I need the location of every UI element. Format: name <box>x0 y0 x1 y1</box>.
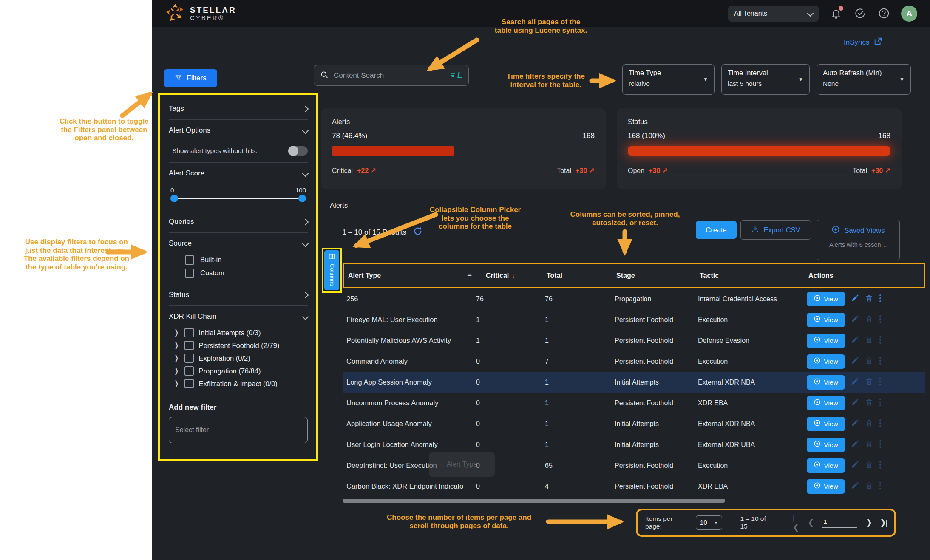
help-icon[interactable] <box>877 7 890 20</box>
column-header-stage[interactable]: Stage <box>616 272 700 280</box>
delete-trash-icon[interactable] <box>865 377 873 387</box>
view-button[interactable]: View <box>807 334 845 348</box>
lucene-syntax-icon[interactable]: L <box>450 71 462 80</box>
delete-trash-icon[interactable] <box>865 315 873 325</box>
more-options-icon[interactable] <box>879 481 882 492</box>
tenant-selector[interactable]: All Tenants <box>728 6 819 22</box>
auto-refresh-value: None <box>823 80 904 88</box>
more-options-icon[interactable] <box>879 419 882 429</box>
cell-tactic: External XDR UBA <box>698 441 807 449</box>
delete-trash-icon[interactable] <box>865 336 873 345</box>
view-button[interactable]: View <box>807 354 845 369</box>
previous-page-button[interactable]: ❮ <box>808 518 813 527</box>
more-options-icon[interactable] <box>879 398 882 408</box>
table-row[interactable]: User Login Location Anomaly 0 1 Initial … <box>343 434 925 455</box>
user-avatar[interactable]: A <box>901 6 917 22</box>
more-options-icon[interactable] <box>879 377 882 387</box>
edit-pencil-icon[interactable] <box>851 419 859 429</box>
view-button[interactable]: View <box>807 375 845 390</box>
table-row[interactable]: Uncommon Process Anomaly 0 1 Persistent … <box>343 393 925 413</box>
auto-refresh-dropdown[interactable]: Auto Refresh (Min) None ▼ <box>817 64 911 95</box>
view-button[interactable]: View <box>807 292 845 306</box>
metric-delta: +30 <box>649 167 660 174</box>
column-picker-annotation-outline <box>322 248 342 293</box>
edit-pencil-icon[interactable] <box>851 461 859 470</box>
column-header-alert-type[interactable]: Alert Type <box>348 272 381 280</box>
more-options-icon[interactable] <box>879 356 882 367</box>
chevron-down-icon <box>807 10 814 17</box>
more-options-icon[interactable] <box>879 294 882 304</box>
items-per-page-select[interactable]: 10 ▼ <box>696 515 723 530</box>
view-button[interactable]: View <box>807 458 845 473</box>
cell-tactic: External XDR NBA <box>698 420 807 428</box>
cell-stage: Persistent Foothold <box>615 358 698 365</box>
time-interval-dropdown[interactable]: Time Interval last 5 hours ▼ <box>721 64 810 95</box>
delete-trash-icon[interactable] <box>865 356 873 366</box>
first-page-button[interactable]: |❮ <box>793 514 799 532</box>
tasks-check-icon[interactable] <box>853 7 866 20</box>
view-button[interactable]: View <box>807 313 845 327</box>
edit-pencil-icon[interactable] <box>851 398 859 408</box>
more-options-icon[interactable] <box>879 440 882 450</box>
brand-logo: STELLAR CYBER® <box>165 3 236 24</box>
view-button[interactable]: View <box>807 417 845 431</box>
brand-line1: STELLAR <box>190 6 236 14</box>
time-type-dropdown[interactable]: Time Type relative ▼ <box>622 64 715 95</box>
edit-pencil-icon[interactable] <box>851 315 859 325</box>
delete-trash-icon[interactable] <box>865 481 873 491</box>
more-options-icon[interactable] <box>879 461 882 471</box>
horizontal-scrollbar[interactable] <box>343 499 725 503</box>
table-row[interactable]: 256 76 76 Propagation Internal Credentia… <box>343 288 925 309</box>
last-page-button[interactable]: ❯| <box>880 518 887 527</box>
view-button[interactable]: View <box>807 396 845 410</box>
edit-pencil-icon[interactable] <box>851 356 859 366</box>
next-page-button[interactable]: ❯ <box>866 518 871 527</box>
column-menu-icon[interactable]: ≡ <box>467 271 472 280</box>
table-row[interactable]: Carbon Black: XDR Endpoint Indicato 0 4 … <box>343 476 925 497</box>
edit-pencil-icon[interactable] <box>851 377 859 387</box>
table-row[interactable]: Command Anomaly 0 7 Persistent Foothold … <box>343 351 925 372</box>
notifications-bell-icon[interactable] <box>830 7 842 20</box>
column-header-critical[interactable]: Critical <box>486 272 509 280</box>
table-section-title: Alerts <box>330 201 348 209</box>
edit-pencil-icon[interactable] <box>851 440 859 450</box>
edit-pencil-icon[interactable] <box>851 336 859 345</box>
card-right-metric: Total+30 ↗ <box>557 167 595 175</box>
view-label: View <box>824 295 838 303</box>
filters-toggle-button[interactable]: Filters <box>164 69 217 87</box>
lucene-letter: L <box>457 71 462 80</box>
eye-icon <box>814 461 821 470</box>
dropdown-arrow-icon: ▼ <box>798 76 803 82</box>
saved-views-button[interactable]: Saved Views Alerts with 6 essen… <box>817 220 900 260</box>
create-button[interactable]: Create <box>696 221 737 239</box>
sort-descending-icon[interactable]: ↓ <box>511 272 515 280</box>
metric-delta: +30 <box>871 167 883 174</box>
download-icon <box>751 225 759 235</box>
table-row[interactable]: Application Usage Anomaly 0 1 Initial At… <box>343 413 925 434</box>
more-options-icon[interactable] <box>879 315 882 325</box>
delete-trash-icon[interactable] <box>865 294 873 304</box>
annotation-pagination: Choose the number of items per page and … <box>385 513 533 530</box>
delete-trash-icon[interactable] <box>865 461 873 470</box>
table-row[interactable]: Fireeye MAL: User Execution 1 1 Persiste… <box>343 309 925 330</box>
page-number-input[interactable]: 1 <box>822 517 857 528</box>
dropdown-arrow-icon: ▼ <box>899 76 904 82</box>
eye-icon <box>814 357 821 366</box>
edit-pencil-icon[interactable] <box>851 294 859 304</box>
table-row[interactable]: Long App Session Anomaly 0 1 Initial Att… <box>343 372 925 393</box>
column-header-total[interactable]: Total <box>547 272 616 280</box>
column-header-tactic[interactable]: Tactic <box>700 272 808 280</box>
export-csv-button[interactable]: Export CSV <box>740 220 811 240</box>
table-row[interactable]: Potentially Malicious AWS Activity 1 1 P… <box>343 330 925 351</box>
delete-trash-icon[interactable] <box>865 440 873 450</box>
insyncs-link[interactable]: InSyncs <box>844 37 883 48</box>
more-options-icon[interactable] <box>879 336 882 346</box>
view-button[interactable]: View <box>807 438 845 452</box>
delete-trash-icon[interactable] <box>865 419 873 429</box>
edit-pencil-icon[interactable] <box>851 481 859 491</box>
view-button[interactable]: View <box>807 479 845 494</box>
cell-tactic: Execution <box>698 316 807 324</box>
content-search-input[interactable] <box>333 71 446 80</box>
trend-up-icon: ↗ <box>885 167 890 174</box>
delete-trash-icon[interactable] <box>865 398 873 408</box>
